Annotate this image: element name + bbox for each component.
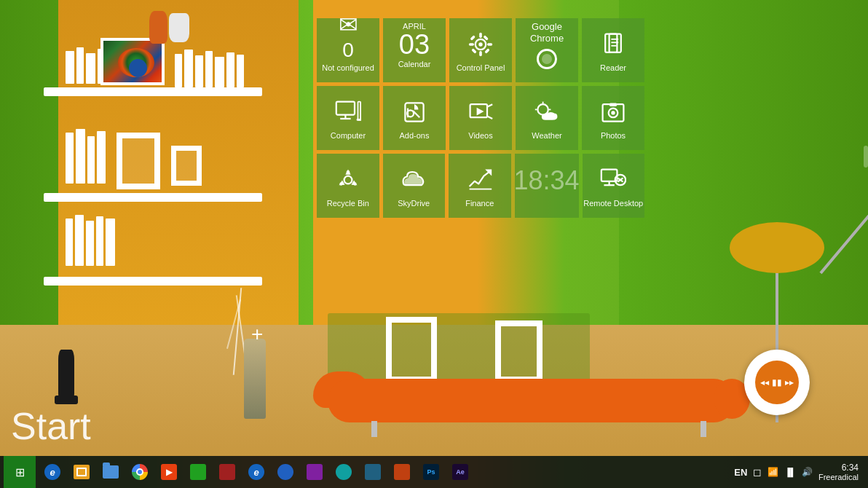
addons-icon xyxy=(401,99,427,125)
parrot-image xyxy=(100,38,165,85)
lamp-shade xyxy=(730,222,824,273)
start-label: Start xyxy=(11,404,91,448)
vase-orange xyxy=(149,11,167,44)
taskbar-icons: e ▶ e xyxy=(39,458,734,486)
action-center-icon[interactable]: ◻ xyxy=(753,466,762,478)
taskbar-media-player[interactable]: ▶ xyxy=(155,458,183,486)
system-clock[interactable]: 6:34 Freeradical xyxy=(818,463,859,481)
tiles-row-2: Computer Add-ons xyxy=(317,86,644,150)
svg-line-26 xyxy=(487,116,492,119)
scrollbar[interactable] xyxy=(864,146,868,168)
calendar-label: Calendar xyxy=(398,60,431,68)
mail-label: Not configured xyxy=(322,63,374,72)
tiles-row-3: Recycle Bin SkyDrive Finance xyxy=(317,154,644,218)
photos-label: Photos xyxy=(601,131,626,140)
svg-rect-5 xyxy=(487,43,492,46)
tiles-container: ✉ 0 Not configured April 03 Calendar xyxy=(309,11,652,229)
svg-point-27 xyxy=(537,104,548,114)
taskbar-app-1[interactable] xyxy=(184,458,212,486)
books-shelf1-right xyxy=(175,50,244,87)
taskbar-chrome[interactable] xyxy=(126,458,154,486)
remote-desktop-label: Remote Desktop xyxy=(583,199,643,208)
taskbar-app-2[interactable] xyxy=(213,458,241,486)
reader-icon xyxy=(600,31,626,58)
taskbar-app-3[interactable] xyxy=(272,458,299,486)
plus-button[interactable]: + xyxy=(251,323,263,346)
svg-point-1 xyxy=(478,42,482,46)
signal-icon[interactable]: ▐▌ xyxy=(784,468,796,476)
videos-label: Videos xyxy=(468,131,492,140)
tile-remote-desktop[interactable]: Remote Desktop xyxy=(583,154,645,218)
taskbar-app-7[interactable] xyxy=(388,458,416,486)
clock-time-display: 6:34 xyxy=(818,463,859,473)
sofa-leg-left xyxy=(371,421,377,437)
taskbar-app-5[interactable] xyxy=(330,458,358,486)
shelf-3 xyxy=(44,277,262,286)
taskbar-folder[interactable] xyxy=(97,458,125,486)
tile-weather[interactable]: Weather xyxy=(516,86,578,150)
clock-company: Freeradical xyxy=(818,473,859,481)
svg-point-37 xyxy=(347,170,350,174)
videos-icon xyxy=(467,99,494,125)
play-pause-button[interactable]: ▮▮ xyxy=(772,377,782,387)
twig-vase xyxy=(244,339,266,419)
weather-icon xyxy=(534,99,560,125)
media-player[interactable]: ◀◀ ▮▮ ▶▶ xyxy=(744,350,810,415)
shelf-2 xyxy=(44,193,262,202)
small-frame-shelf2 xyxy=(171,146,202,186)
settings-icon xyxy=(467,31,494,58)
volume-icon[interactable]: 🔊 xyxy=(802,467,813,477)
vase-white xyxy=(169,13,189,42)
tile-mail[interactable]: ✉ 0 Not configured xyxy=(317,18,379,82)
tile-finance[interactable]: Finance xyxy=(449,154,511,218)
tile-skydrive[interactable]: SkyDrive xyxy=(383,154,446,218)
taskbar-app-6[interactable] xyxy=(359,458,387,486)
tile-calendar[interactable]: April 03 Calendar xyxy=(383,18,446,82)
tile-recycle-bin[interactable]: Recycle Bin xyxy=(317,154,379,218)
tile-clock[interactable]: 18:34 xyxy=(515,154,579,218)
black-vase-base xyxy=(55,395,78,404)
weather-label: Weather xyxy=(532,131,561,140)
svg-rect-35 xyxy=(609,103,618,106)
taskbar-ie[interactable]: e xyxy=(39,458,66,486)
taskbar-after-effects[interactable]: Ae xyxy=(446,458,474,486)
tile-google-chrome[interactable]: GoogleChrome xyxy=(516,18,578,82)
computer-label: Computer xyxy=(331,131,366,140)
tile-computer[interactable]: Computer xyxy=(317,86,379,150)
tile-control-panel[interactable]: Control Panel xyxy=(449,18,512,82)
taskbar-right: EN ◻ 📶 ▐▌ 🔊 6:34 Freeradical xyxy=(734,463,864,481)
tile-videos[interactable]: Videos xyxy=(449,86,512,150)
taskbar-photoshop[interactable]: Ps xyxy=(417,458,445,486)
svg-point-34 xyxy=(611,111,615,114)
svg-point-36 xyxy=(344,176,352,184)
tile-reader[interactable]: Reader xyxy=(582,18,644,82)
network-icon[interactable]: 📶 xyxy=(768,467,778,477)
mail-icon: ✉ xyxy=(339,11,358,39)
media-player-controls[interactable]: ◀◀ ▮▮ ▶▶ xyxy=(755,361,799,404)
skydrive-label: SkyDrive xyxy=(398,199,430,208)
control-panel-label: Control Panel xyxy=(457,63,505,72)
finance-icon xyxy=(467,167,493,193)
skydrive-icon xyxy=(401,167,427,193)
recycle-icon xyxy=(335,167,361,193)
books-shelf1-left xyxy=(66,47,106,84)
google-chrome-title: GoogleChrome xyxy=(530,21,564,44)
reader-label: Reader xyxy=(600,63,626,72)
language-indicator[interactable]: EN xyxy=(734,467,747,478)
start-button[interactable]: ⊞ xyxy=(4,456,36,488)
next-button[interactable]: ▶▶ xyxy=(785,379,794,386)
photos-icon xyxy=(600,99,626,125)
svg-marker-24 xyxy=(477,108,484,116)
recycle-bin-label: Recycle Bin xyxy=(327,199,369,208)
sofa-leg-right xyxy=(701,421,706,437)
taskbar-ie-2[interactable]: e xyxy=(242,458,270,486)
svg-rect-19 xyxy=(357,119,361,121)
tile-addons[interactable]: Add-ons xyxy=(383,86,446,150)
taskbar-file-explorer[interactable] xyxy=(68,458,95,486)
prev-button[interactable]: ◀◀ xyxy=(760,379,769,386)
tile-photos[interactable]: Photos xyxy=(582,86,644,150)
taskbar-app-4[interactable] xyxy=(301,458,328,486)
mail-count: 0 xyxy=(342,40,354,60)
calendar-day: 03 xyxy=(399,31,430,58)
books-shelf3 xyxy=(66,215,115,266)
